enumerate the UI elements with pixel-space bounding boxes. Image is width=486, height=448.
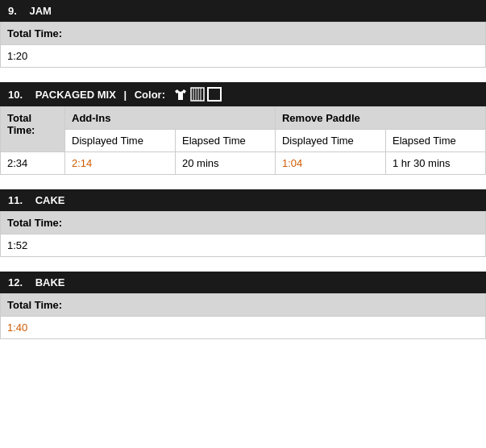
color-icons [173, 87, 222, 102]
section-header-jam: 9. JAM [0, 0, 486, 22]
jam-table: Total Time: 1:20 [0, 22, 486, 68]
bake-table: Total Time: 1:40 [0, 293, 486, 339]
pm-remove-displayed-value: 1:04 [275, 152, 385, 175]
section-bake-number: 12. [8, 276, 23, 288]
section-packaged-mix: 10. PACKAGED MIX | Color: Total Time: [0, 82, 486, 175]
pm-totaltime-value: 2:34 [1, 152, 65, 175]
striped-icon [190, 87, 205, 102]
jam-totaltime-value: 1:20 [1, 45, 486, 68]
pm-totaltime-label: Total Time: [1, 107, 65, 152]
section-header-cake: 11. CAKE [0, 189, 486, 211]
pm-remove-displayed-label: Displayed Time [275, 130, 385, 152]
cake-totaltime-header-row: Total Time: [1, 212, 486, 234]
pm-remove-elapsed-label: Elapsed Time [386, 130, 486, 152]
packaged-mix-data-row: 2:34 2:14 20 mins 1:04 1 hr 30 mins [1, 152, 486, 175]
section-cake-number: 11. [8, 194, 23, 206]
section-jam-title: 9. [8, 5, 17, 17]
jam-totaltime-header-row: Total Time: [1, 23, 486, 45]
section-header-bake: 12. BAKE [0, 272, 486, 293]
pm-remove-elapsed-value: 1 hr 30 mins [386, 152, 486, 175]
bake-totaltime-label: Total Time: [1, 294, 486, 317]
color-label: Color: [135, 89, 165, 101]
pm-addins-displayed-label: Displayed Time [65, 130, 176, 152]
jam-totaltime-label: Total Time: [1, 23, 486, 45]
cake-data-row: 1:52 [1, 234, 486, 257]
section-cake-name: CAKE [35, 194, 65, 206]
svg-rect-0 [191, 88, 204, 101]
packaged-mix-header-row: Total Time: Add-Ins Remove Paddle [1, 107, 486, 130]
svg-rect-5 [208, 88, 221, 101]
pm-remove-paddle-label: Remove Paddle [275, 107, 485, 130]
section-jam-name: JAM [29, 5, 51, 17]
packaged-mix-table: Total Time: Add-Ins Remove Paddle Displa… [0, 106, 486, 175]
bake-totaltime-header-row: Total Time: [1, 294, 486, 317]
shirt-icon [173, 87, 188, 102]
section-bake: 12. BAKE Total Time: 1:40 [0, 272, 486, 339]
section-packaged-mix-name: PACKAGED MIX [35, 89, 116, 101]
bake-totaltime-value: 1:40 [1, 317, 486, 339]
pm-addins-elapsed-value: 20 mins [176, 152, 276, 175]
section-header-packaged-mix: 10. PACKAGED MIX | Color: [0, 82, 486, 106]
section-jam: 9. JAM Total Time: 1:20 [0, 0, 486, 68]
section-packaged-mix-number: 10. [8, 89, 23, 101]
section-cake: 11. CAKE Total Time: 1:52 [0, 189, 486, 257]
box-icon [207, 87, 222, 102]
bake-data-row: 1:40 [1, 317, 486, 339]
cake-table: Total Time: 1:52 [0, 211, 486, 257]
pm-addins-elapsed-label: Elapsed Time [176, 130, 276, 152]
pm-addins-label: Add-Ins [65, 107, 276, 130]
cake-totaltime-value: 1:52 [1, 234, 486, 257]
jam-data-row: 1:20 [1, 45, 486, 68]
section-bake-name: BAKE [35, 276, 65, 288]
packaged-mix-subheader-row: Displayed Time Elapsed Time Displayed Ti… [1, 130, 486, 152]
pm-addins-displayed-value: 2:14 [65, 152, 176, 175]
cake-totaltime-label: Total Time: [1, 212, 486, 234]
